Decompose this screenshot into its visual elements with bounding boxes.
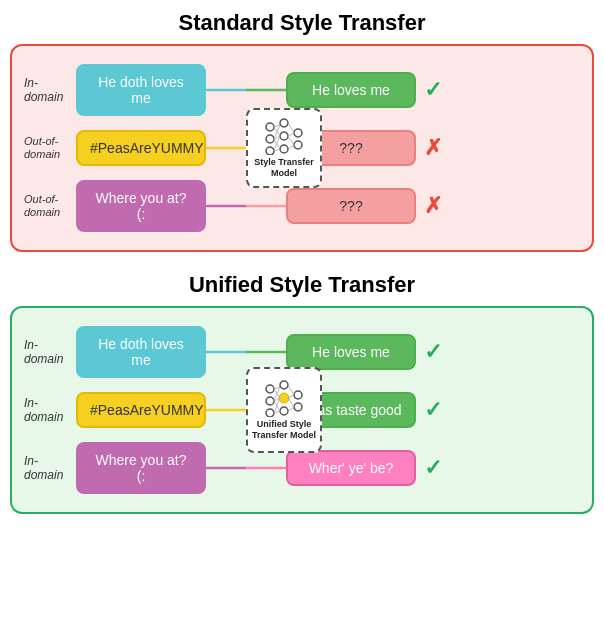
svg-point-39 [279, 393, 289, 403]
unified-input-2: #PeasAreYUMMY [76, 392, 206, 428]
unified-domain-3: In-domain [24, 454, 76, 483]
unified-input-3: Where you at? (: [76, 442, 206, 494]
standard-output-3: ??? [286, 188, 416, 224]
svg-line-47 [288, 385, 294, 395]
unified-model-icon [262, 379, 306, 417]
standard-input-3: Where you at? (: [76, 180, 206, 232]
standard-domain-3: Out-of-domain [24, 193, 76, 219]
unified-check-2: ✓ [424, 397, 442, 423]
unified-section: Unified Style Transfer In-domain He doth… [10, 272, 594, 514]
unified-domain-2: In-domain [24, 396, 76, 425]
svg-line-21 [288, 123, 294, 133]
svg-point-7 [266, 135, 274, 143]
standard-domain-2: Out-of-domain [24, 135, 76, 161]
svg-point-36 [280, 407, 288, 415]
unified-outer-box: In-domain He doth loves me He loves me ✓… [10, 306, 594, 514]
svg-point-34 [280, 381, 288, 389]
standard-section: Standard Style Transfer In-domain He dot… [10, 10, 594, 252]
unified-model-box: Unified StyleTransfer Model [246, 367, 322, 453]
svg-point-37 [294, 391, 302, 399]
cross-icon-3: ✗ [424, 193, 442, 219]
standard-title: Standard Style Transfer [10, 10, 594, 36]
svg-point-38 [294, 403, 302, 411]
svg-point-31 [266, 385, 274, 393]
standard-outer-box: In-domain He doth loves me He loves me ✓ [10, 44, 594, 252]
svg-line-22 [288, 133, 294, 136]
unified-domain-1: In-domain [24, 338, 76, 367]
unified-title: Unified Style Transfer [10, 272, 594, 298]
standard-model-label: Style TransferModel [252, 157, 316, 179]
svg-line-24 [288, 145, 294, 149]
unified-check-3: ✓ [424, 455, 442, 481]
svg-point-11 [280, 145, 288, 153]
svg-line-49 [288, 398, 294, 407]
standard-input-1: He doth loves me [76, 64, 206, 116]
model-icon [262, 117, 306, 155]
unified-model-label: Unified StyleTransfer Model [250, 419, 318, 441]
cross-icon-2: ✗ [424, 135, 442, 161]
check-icon-1: ✓ [424, 77, 442, 103]
svg-point-8 [266, 147, 274, 155]
unified-input-1: He doth loves me [76, 326, 206, 378]
svg-line-50 [288, 407, 294, 411]
svg-line-23 [288, 136, 294, 145]
svg-point-13 [294, 141, 302, 149]
svg-point-33 [266, 409, 274, 417]
unified-output-1: He loves me [286, 334, 416, 370]
unified-output-3: Wher' ye' be? [286, 450, 416, 486]
standard-input-2: #PeasAreYUMMY [76, 130, 206, 166]
standard-output-1: He loves me [286, 72, 416, 108]
page-container: Standard Style Transfer In-domain He dot… [10, 10, 594, 514]
standard-domain-1: In-domain [24, 76, 76, 105]
svg-point-10 [280, 132, 288, 140]
svg-point-12 [294, 129, 302, 137]
svg-point-9 [280, 119, 288, 127]
unified-check-1: ✓ [424, 339, 442, 365]
svg-point-32 [266, 397, 274, 405]
svg-point-6 [266, 123, 274, 131]
standard-model-box: Style TransferModel [246, 108, 322, 188]
